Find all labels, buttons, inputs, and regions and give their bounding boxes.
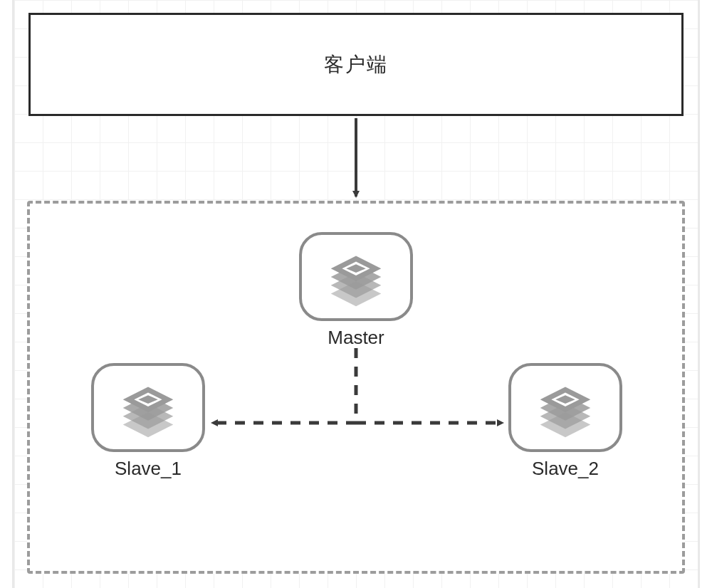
master-node-box [299, 232, 413, 321]
database-stack-icon [321, 241, 391, 313]
left-margin [12, 0, 14, 588]
client-label: 客户端 [324, 51, 388, 78]
database-stack-icon [113, 372, 183, 443]
master-label: Master [328, 327, 384, 349]
master-node: Master [299, 232, 413, 349]
database-stack-icon [530, 372, 600, 443]
slave1-label: Slave_1 [115, 458, 182, 480]
slave1-node-box [91, 363, 205, 452]
right-margin [698, 0, 700, 588]
slave2-label: Slave_2 [532, 458, 599, 480]
slave2-node: Slave_2 [508, 363, 622, 480]
slave1-node: Slave_1 [91, 363, 205, 480]
slave2-node-box [508, 363, 622, 452]
client-box: 客户端 [28, 13, 684, 116]
